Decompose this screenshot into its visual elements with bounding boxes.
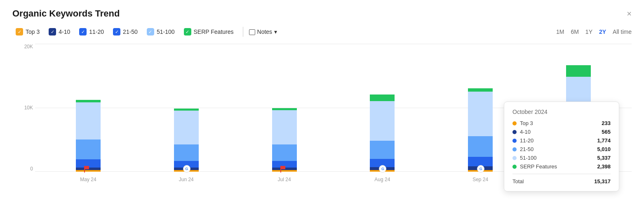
chart-title: Organic Keywords Trend bbox=[12, 8, 120, 19]
tooltip-dot-21-50 bbox=[512, 147, 517, 151]
x-label-may24: May 24 bbox=[76, 177, 101, 182]
bar-seg-21-50-sep24 bbox=[468, 136, 493, 157]
tooltip-total-label: Total bbox=[512, 178, 524, 184]
tooltip-month: October 2024 bbox=[512, 109, 611, 115]
bar-seg-serp-aug24 bbox=[370, 95, 395, 101]
notes-chevron-icon: ▾ bbox=[274, 28, 277, 35]
legend-label-21-50: 21-50 bbox=[123, 28, 138, 35]
notes-label: Notes bbox=[257, 28, 273, 35]
legend-item-4-10[interactable]: ✓ 4-10 bbox=[45, 26, 73, 37]
time-btn-1y[interactable]: 1Y bbox=[585, 28, 592, 35]
tooltip-dot-51-100 bbox=[512, 156, 517, 160]
tooltip-total-row: Total 15,317 bbox=[512, 178, 611, 184]
tooltip-total-value: 15,317 bbox=[594, 178, 611, 184]
stacked-bar-jun24 bbox=[174, 109, 199, 172]
legend-row: ✓ Top 3 ✓ 4-10 ✓ 11-20 ✓ 21-50 ✓ 51-100 … bbox=[12, 26, 632, 37]
legend-label-top3: Top 3 bbox=[26, 28, 40, 35]
tooltip-val-21-50: 5,010 bbox=[597, 146, 611, 152]
stacked-bar-may24 bbox=[76, 100, 101, 172]
legend-item-51-100[interactable]: ✓ 51-100 bbox=[143, 26, 178, 37]
tooltip-row-51-100: 51-100 5,337 bbox=[512, 155, 611, 161]
tooltip-val-top3: 233 bbox=[602, 120, 611, 126]
bar-group-sep24: G bbox=[468, 88, 493, 172]
header-row: Organic Keywords Trend × bbox=[12, 8, 632, 19]
bar-seg-21-50-jun24 bbox=[174, 144, 199, 161]
tooltip-dot-serp bbox=[512, 165, 517, 169]
tooltip-divider bbox=[512, 174, 611, 174]
tooltip-name-11-20: 11-20 bbox=[520, 137, 597, 144]
tooltip-row-4-10: 4-10 565 bbox=[512, 129, 611, 135]
legend-item-top3[interactable]: ✓ Top 3 bbox=[12, 26, 43, 37]
stacked-bar-jul24 bbox=[272, 108, 297, 172]
tooltip-name-21-50: 21-50 bbox=[520, 146, 597, 152]
bar-seg-21-50-aug24 bbox=[370, 141, 395, 159]
notes-icon bbox=[249, 29, 255, 35]
close-button[interactable]: × bbox=[627, 9, 632, 18]
flag-marker-jul24 bbox=[280, 166, 285, 173]
legend-item-11-20[interactable]: ✓ 11-20 bbox=[76, 26, 107, 37]
tooltip-dot-4-10 bbox=[512, 130, 517, 134]
legend-label-serp: SERP Features bbox=[194, 28, 234, 35]
bar-group-jun24: G bbox=[174, 109, 199, 172]
x-label-jul24: Jul 24 bbox=[272, 177, 297, 182]
x-label-sep24: Sep 24 bbox=[468, 177, 493, 182]
legend-check-11-20: ✓ bbox=[79, 28, 87, 35]
tooltip-row-21-50: 21-50 5,010 bbox=[512, 146, 611, 152]
bar-seg-51-100-may24 bbox=[76, 102, 101, 139]
y-axis: 20K 10K 0 bbox=[14, 44, 33, 172]
tooltip-dot-top3 bbox=[512, 121, 517, 125]
tooltip-val-serp: 2,398 bbox=[597, 163, 611, 170]
bar-group-aug24: G bbox=[370, 95, 395, 172]
bar-seg-51-100-jun24 bbox=[174, 111, 199, 144]
tooltip-row-11-20: 11-20 1,774 bbox=[512, 137, 611, 144]
bar-seg-51-100-sep24 bbox=[468, 92, 493, 136]
y-label-20k: 20K bbox=[24, 44, 33, 50]
tooltip-name-51-100: 51-100 bbox=[520, 155, 597, 161]
tooltip: October 2024 Top 3 233 4-10 565 11-20 bbox=[504, 102, 619, 191]
tooltip-dot-11-20 bbox=[512, 139, 517, 143]
tooltip-row-serp: SERP Features 2,398 bbox=[512, 163, 611, 170]
chart-container: Organic Keywords Trend × ✓ Top 3 ✓ 4-10 … bbox=[0, 0, 644, 208]
time-btn-alltime[interactable]: All time bbox=[613, 28, 632, 35]
legend-label-4-10: 4-10 bbox=[59, 28, 70, 35]
stacked-bar-sep24 bbox=[468, 88, 493, 172]
legend-item-serp[interactable]: ✓ SERP Features bbox=[181, 26, 237, 37]
bar-group-may24 bbox=[76, 100, 101, 172]
legend-check-serp: ✓ bbox=[184, 28, 191, 35]
bar-seg-serp-oct24 bbox=[566, 65, 591, 77]
y-label-10k: 10K bbox=[24, 105, 33, 111]
y-label-0: 0 bbox=[30, 166, 33, 172]
time-btn-6m[interactable]: 6M bbox=[571, 28, 578, 35]
time-btn-2y[interactable]: 2Y bbox=[599, 28, 606, 35]
x-label-jun24: Jun 24 bbox=[174, 177, 199, 182]
tooltip-name-4-10: 4-10 bbox=[520, 129, 602, 135]
legend-label-51-100: 51-100 bbox=[157, 28, 175, 35]
stacked-bar-aug24 bbox=[370, 95, 395, 172]
chart-area: 20K 10K 0 bbox=[35, 44, 632, 184]
tooltip-val-11-20: 1,774 bbox=[597, 137, 611, 144]
notes-button[interactable]: Notes ▾ bbox=[249, 28, 277, 35]
bar-seg-serp-sep24 bbox=[468, 88, 493, 92]
bar-seg-51-100-jul24 bbox=[272, 110, 297, 144]
legend-check-21-50: ✓ bbox=[113, 28, 120, 35]
tooltip-row-top3: Top 3 233 bbox=[512, 120, 611, 126]
legend-item-21-50[interactable]: ✓ 21-50 bbox=[110, 26, 141, 37]
tooltip-val-4-10: 565 bbox=[602, 129, 611, 135]
google-marker-jun24: G bbox=[183, 165, 190, 173]
bar-seg-21-50-may24 bbox=[76, 139, 101, 159]
legend-check-4-10: ✓ bbox=[49, 28, 56, 35]
time-btn-1m[interactable]: 1M bbox=[556, 28, 564, 35]
bar-group-jul24 bbox=[272, 108, 297, 172]
x-label-aug24: Aug 24 bbox=[370, 177, 395, 182]
tooltip-val-51-100: 5,337 bbox=[597, 155, 611, 161]
tooltip-name-serp: SERP Features bbox=[520, 163, 597, 170]
time-filters: 1M 6M 1Y 2Y All time bbox=[556, 28, 632, 35]
legend-check-top3: ✓ bbox=[16, 28, 23, 35]
bar-seg-51-100-aug24 bbox=[370, 101, 395, 141]
bar-seg-21-50-jul24 bbox=[272, 144, 297, 161]
tooltip-name-top3: Top 3 bbox=[520, 120, 602, 126]
legend-label-11-20: 11-20 bbox=[89, 28, 104, 35]
legend-divider bbox=[243, 27, 243, 37]
flag-marker-may24 bbox=[84, 166, 89, 173]
legend-check-51-100: ✓ bbox=[147, 28, 154, 35]
